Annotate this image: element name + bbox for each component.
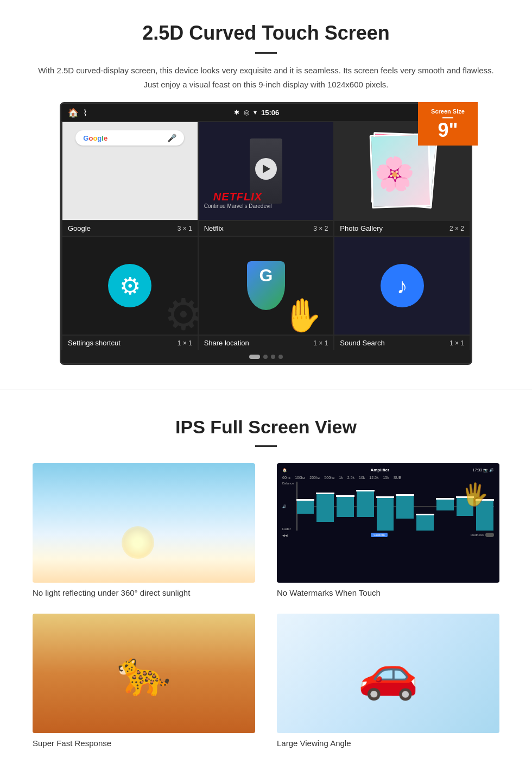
section1-title: 2.5D Curved Touch Screen — [33, 22, 499, 45]
status-time: 15:06 — [261, 109, 279, 117]
netflix-logo-overlay: NETFLIX Continue Marvel's Daredevil — [204, 191, 272, 209]
badge-size-text: 9" — [426, 121, 470, 140]
eq-bar-6[interactable] — [396, 494, 414, 519]
amp-freq-2k5: 2.5k — [347, 476, 354, 480]
app-cell-music[interactable]: ♪ — [334, 237, 470, 335]
amp-freq-1k: 1k — [339, 476, 343, 480]
netflix-logo-text: NETFLIX — [204, 191, 272, 203]
eq-slider-7 — [416, 514, 434, 515]
viewing-angle-caption: Large Viewing Angle — [277, 739, 499, 748]
amp-freq-sub: SUB — [394, 476, 401, 480]
amp-custom-button[interactable]: Custom — [371, 533, 388, 537]
car-bg: 🚗 — [277, 614, 499, 733]
eq-bar-3[interactable] — [337, 495, 354, 518]
music-circle: ♪ — [381, 264, 424, 307]
android-device-frame: 🏠 ⌇ ✱ ◎ ▾ 15:06 ⊡ ◁) ⊠ ▭ — [60, 102, 472, 365]
app-cell-google[interactable]: Google 🎤 — [62, 122, 198, 220]
google-logo: Google — [83, 134, 107, 142]
gear-icon: ⚙ — [119, 272, 141, 300]
gallery-size: 2 × 2 — [449, 225, 464, 232]
amp-volume-icon: 🔊 — [282, 504, 294, 508]
netflix-label: Netflix — [204, 224, 224, 232]
page-dot-4[interactable] — [278, 355, 283, 359]
usb-icon: ⌇ — [83, 108, 87, 118]
car-image: 🚗 — [277, 614, 499, 733]
settings-size: 1 × 1 — [178, 339, 192, 347]
amp-loudness-control: loudness — [471, 533, 494, 537]
music-cell-bg: ♪ — [334, 237, 470, 335]
amp-hand-icon: 🖐 — [461, 482, 489, 507]
feature-viewing-angle: 🚗 Large Viewing Angle — [277, 614, 499, 748]
settings-gear-circle: ⚙ — [108, 264, 151, 307]
amp-label-fader: Fader — [282, 527, 294, 531]
eq-bar-4[interactable] — [357, 490, 374, 517]
eq-slider-4 — [356, 490, 375, 491]
google-mic-icon: 🎤 — [167, 134, 176, 142]
maps-cell-bg: G 🤚 — [199, 237, 334, 335]
page-dot-3[interactable] — [271, 355, 275, 359]
app-labels-top: Google 3 × 1 Netflix 3 × 2 Photo Gallery… — [61, 221, 471, 236]
app-labels-bottom: Settings shortcut 1 × 1 Share location 1… — [61, 336, 471, 350]
cheetah-emoji: 🐆 — [117, 648, 171, 699]
section-curved-screen: 2.5D Curved Touch Screen With 2.5D curve… — [0, 0, 532, 383]
eq-bar-5[interactable] — [377, 496, 394, 531]
features-grid: No light reflecting under 360° direct su… — [33, 463, 499, 748]
home-icon[interactable]: 🏠 — [68, 108, 79, 118]
settings-label: Settings shortcut — [68, 339, 121, 347]
amp-freq-500hz: 500hz — [324, 476, 334, 480]
signal-icon: ▾ — [254, 109, 257, 116]
status-bar: 🏠 ⌇ ✱ ◎ ▾ 15:06 ⊡ ◁) ⊠ ▭ — [61, 104, 471, 121]
app-cell-settings[interactable]: ⚙ ⚙ — [62, 237, 198, 335]
app-grid-top: Google 🎤 — [61, 121, 471, 221]
amplifier-image: 🏠 Amplifier 17:33 📷 🔊 60hz 100hz 200hz 5… — [277, 463, 499, 583]
badge-divider — [442, 117, 453, 118]
sunlight-caption: No light reflecting under 360° direct su… — [33, 588, 255, 597]
amp-back-icon: ◀◀ — [282, 533, 288, 537]
app-label-sound: Sound Search 1 × 1 — [334, 336, 470, 350]
app-cell-netflix[interactable]: NETFLIX Continue Marvel's Daredevil — [199, 122, 334, 220]
eq-bar-2[interactable] — [316, 493, 334, 522]
location-size: 1 × 1 — [313, 339, 328, 347]
page-dot-2[interactable] — [263, 355, 268, 359]
gallery-flower-emoji: 🌸 — [364, 136, 426, 212]
netflix-cell-bg: NETFLIX Continue Marvel's Daredevil — [199, 122, 334, 220]
amp-right-icons: 17:33 📷 🔊 — [473, 468, 494, 472]
eq-slider-8 — [436, 498, 454, 500]
section-divider — [0, 389, 532, 389]
device-mockup: Screen Size 9" 🏠 ⌇ ✱ ◎ ▾ 15:06 ⊡ ◁) — [60, 102, 472, 365]
status-bar-center: ✱ ◎ ▾ 15:06 — [87, 109, 426, 117]
app-cell-maps[interactable]: G 🤚 — [199, 237, 334, 335]
eq-bar-8[interactable] — [436, 498, 454, 510]
amp-freq-12k5: 12.5k — [369, 476, 378, 480]
eq-slider-6 — [396, 494, 414, 496]
eq-bar-7[interactable] — [416, 514, 434, 531]
section2-title: IPS Full Screen View — [33, 417, 499, 438]
amp-freq-10k: 10k — [359, 476, 365, 480]
page-indicator — [61, 350, 471, 363]
amp-home-icon: 🏠 — [282, 468, 287, 472]
page-dot-1[interactable] — [249, 355, 260, 359]
amp-label-balance: Balance — [282, 482, 294, 485]
fast-response-caption: Super Fast Response — [33, 739, 255, 748]
location-label: Share location — [204, 339, 249, 347]
amp-freq-labels: 60hz 100hz 200hz 500hz 1k 2.5k 10k 12.5k… — [280, 476, 496, 480]
sound-label: Sound Search — [340, 339, 384, 347]
app-grid-bottom: ⚙ ⚙ G 🤚 — [61, 236, 471, 336]
netflix-subtitle-text: Continue Marvel's Daredevil — [204, 203, 272, 209]
google-search-bar[interactable]: Google 🎤 — [75, 130, 184, 146]
section2-title-underline — [255, 445, 277, 447]
amp-status-bar: 🏠 Amplifier 17:33 📷 🔊 — [280, 466, 496, 474]
eq-slider-2 — [316, 493, 334, 494]
amp-left-labels: Balance 🔊 Fader — [282, 482, 294, 531]
amp-freq-200hz: 200hz — [309, 476, 320, 480]
sound-size: 1 × 1 — [449, 339, 464, 347]
amplifier-screen: 🏠 Amplifier 17:33 📷 🔊 60hz 100hz 200hz 5… — [277, 463, 499, 583]
netflix-play-button[interactable] — [255, 158, 277, 180]
bluetooth-icon: ✱ — [234, 109, 239, 116]
amp-toggle-switch[interactable] — [485, 533, 494, 537]
cheetah-image: 🐆 — [33, 614, 255, 733]
eq-bar-1[interactable] — [297, 499, 314, 514]
amp-freq-60hz: 60hz — [282, 476, 290, 480]
settings-cell-bg: ⚙ ⚙ — [62, 237, 198, 335]
section-ips-screen: IPS Full Screen View No light reflecting… — [0, 395, 532, 757]
